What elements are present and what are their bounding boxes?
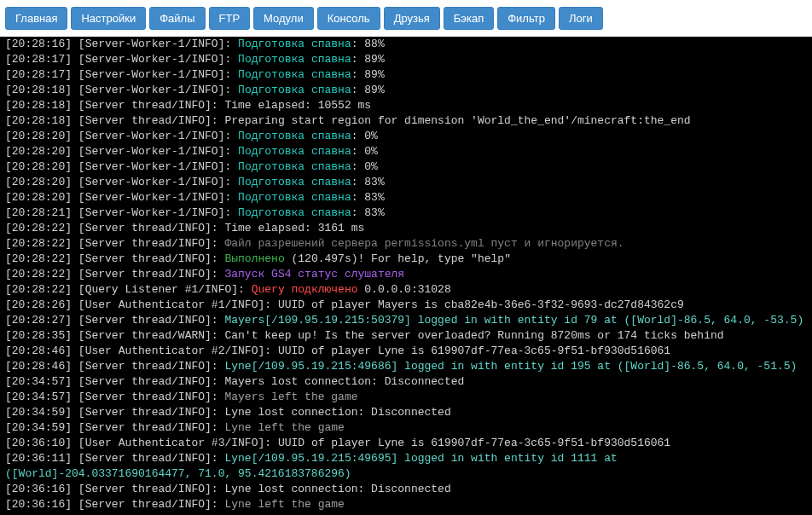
log-source: [Server thread/INFO] <box>78 99 212 112</box>
log-timestamp: [20:28:16] <box>5 38 78 50</box>
log-line: [20:28:20] [Server-Worker-1/INFO]: Подго… <box>5 175 807 190</box>
log-source: [Server thread/INFO] <box>78 360 212 373</box>
log-text: Подготовка спавна <box>238 191 351 204</box>
log-text: : 0% <box>351 145 378 158</box>
log-timestamp: [20:28:18] <box>5 99 78 112</box>
log-timestamp: [20:28:22] <box>5 283 78 296</box>
log-text: Подготовка спавна <box>238 84 351 96</box>
log-source: [Server-Worker-1/INFO] <box>78 84 225 96</box>
log-line: [20:28:46] [User Authenticator #2/INFO]:… <box>5 344 807 359</box>
log-line: [20:28:17] [Server-Worker-1/INFO]: Подго… <box>5 52 807 67</box>
log-text: Файл разрешений сервера permissions.yml … <box>224 237 624 250</box>
log-timestamp: [20:28:22] <box>5 252 78 265</box>
log-text: Mayers lost connection: Disconnected <box>224 375 464 388</box>
log-text: Запуск GS4 статус слушателя <box>224 268 404 281</box>
log-source: [Server-Worker-1/INFO] <box>78 68 225 81</box>
tab-files[interactable]: Файлы <box>149 7 205 30</box>
log-timestamp: [20:34:59] <box>5 406 78 419</box>
log-timestamp: [20:36:16] <box>5 498 78 511</box>
log-text: Lyne left the game <box>224 421 344 434</box>
log-timestamp: [20:28:26] <box>5 298 78 311</box>
log-source: [Server-Worker-1/INFO] <box>78 160 225 173</box>
log-source: [Server thread/INFO] <box>78 268 212 281</box>
log-text: Time elapsed: 3161 ms <box>224 222 364 234</box>
log-timestamp: [20:28:20] <box>5 176 78 188</box>
log-line: [20:28:22] [Server thread/INFO]: Запуск … <box>5 267 807 282</box>
log-line: [20:28:46] [Server thread/INFO]: Lyne[/1… <box>5 359 807 374</box>
log-line: [20:28:22] [Query Listener #1/INFO]: Que… <box>5 282 807 298</box>
log-timestamp: [20:34:59] <box>5 421 78 434</box>
log-line: [20:28:22] [Server thread/INFO]: Файл ра… <box>5 236 807 252</box>
log-line: [20:34:57] [Server thread/INFO]: Mayers … <box>5 390 807 405</box>
log-line: [20:36:16] [Server thread/INFO]: Lyne lo… <box>5 482 807 497</box>
log-source: [Server thread/INFO] <box>78 452 212 465</box>
log-source: [Server thread/INFO] <box>78 314 212 327</box>
log-source: [Server thread/INFO] <box>78 114 212 127</box>
log-text: Lyne[/109.95.19.215:49686] logged in wit… <box>224 360 797 373</box>
log-timestamp: [20:28:20] <box>5 145 78 158</box>
log-line: [20:28:18] [Server-Worker-1/INFO]: Подго… <box>5 83 807 98</box>
tab-backup[interactable]: Бэкап <box>444 7 494 30</box>
log-timestamp: [20:28:35] <box>5 329 78 342</box>
log-source: [Server thread/WARN] <box>78 329 212 342</box>
log-text: Подготовка спавна <box>238 206 351 219</box>
log-text: Подготовка спавна <box>238 68 351 81</box>
log-text: Подготовка спавна <box>238 38 351 50</box>
log-source: [Server thread/INFO] <box>78 406 212 419</box>
log-line: [20:36:11] [Server thread/INFO]: Lyne[/1… <box>5 451 807 482</box>
log-source: [Server thread/INFO] <box>78 391 212 403</box>
log-timestamp: [20:28:46] <box>5 344 78 357</box>
log-source: [Server thread/INFO] <box>78 483 212 495</box>
log-line: [20:28:21] [Server-Worker-1/INFO]: Подго… <box>5 205 807 221</box>
log-source: [Server-Worker-1/INFO] <box>78 176 225 188</box>
log-source: [Server thread/INFO] <box>78 375 212 388</box>
tab-modules[interactable]: Модули <box>253 7 314 30</box>
log-line: [20:28:22] [Server thread/INFO]: Выполне… <box>5 252 807 267</box>
log-line: [20:28:22] [Server thread/INFO]: Time el… <box>5 221 807 236</box>
log-timestamp: [20:36:10] <box>5 437 78 449</box>
log-text: Подготовка спавна <box>238 160 351 173</box>
tab-ftp[interactable]: FTP <box>209 7 251 30</box>
tab-console[interactable]: Консоль <box>317 7 380 30</box>
tab-settings[interactable]: Настройки <box>71 7 146 30</box>
log-text: Подготовка спавна <box>238 130 351 142</box>
log-text: : 89% <box>351 68 385 81</box>
log-timestamp: [20:28:20] <box>5 160 78 173</box>
log-timestamp: [20:36:11] <box>5 452 78 465</box>
tab-filter[interactable]: Фильтр <box>497 7 555 30</box>
log-line: [20:34:57] [Server thread/INFO]: Mayers … <box>5 374 807 390</box>
log-line: [20:28:26] [User Authenticator #1/INFO]:… <box>5 298 807 313</box>
log-source: [User Authenticator #3/INFO] <box>78 437 264 449</box>
log-line: [20:34:59] [Server thread/INFO]: Lyne lo… <box>5 405 807 420</box>
tab-friends[interactable]: Друзья <box>384 7 440 30</box>
log-text: : 89% <box>351 84 385 96</box>
log-line: [20:28:27] [Server thread/INFO]: Mayers[… <box>5 313 807 328</box>
log-text: : 0% <box>351 160 378 173</box>
log-text: Выполнено <box>224 252 284 265</box>
tab-logs[interactable]: Логи <box>559 7 603 30</box>
log-source: [Server-Worker-1/INFO] <box>78 191 225 204</box>
log-text: Mayers[/109.95.19.215:50379] logged in w… <box>224 314 803 327</box>
log-source: [Server-Worker-1/INFO] <box>78 53 225 66</box>
log-text: Time elapsed: 10552 ms <box>224 99 371 112</box>
log-line: [20:28:18] [Server thread/INFO]: Prepari… <box>5 113 807 129</box>
log-timestamp: [20:28:46] <box>5 360 78 373</box>
console-output[interactable]: [20:28:16] [Server-Worker-1/INFO]: Подго… <box>0 37 812 515</box>
log-line: [20:36:16] [Server thread/INFO]: Lyne le… <box>5 497 807 512</box>
log-source: [Server thread/INFO] <box>78 222 212 234</box>
log-line: [20:34:59] [Server thread/INFO]: Lyne le… <box>5 420 807 436</box>
log-text: UUID of player Lyne is 619907df-77ea-3c6… <box>278 344 670 357</box>
log-text: Can't keep up! Is the server overloaded?… <box>224 329 723 342</box>
log-text: UUID of player Mayers is cba82e4b-36e6-3… <box>278 298 684 311</box>
log-source: [Server thread/INFO] <box>78 252 212 265</box>
log-timestamp: [20:28:17] <box>5 53 78 66</box>
tab-main[interactable]: Главная <box>5 7 67 30</box>
log-timestamp: [20:28:22] <box>5 237 78 250</box>
log-source: [User Authenticator #1/INFO] <box>78 298 264 311</box>
tab-bar: Главная Настройки Файлы FTP Модули Консо… <box>0 0 812 37</box>
log-timestamp: [20:34:57] <box>5 375 78 388</box>
log-line: [20:28:20] [Server-Worker-1/INFO]: Подго… <box>5 190 807 205</box>
log-text: Подготовка спавна <box>238 176 351 188</box>
log-timestamp: [20:36:16] <box>5 483 78 495</box>
log-source: [Server-Worker-1/INFO] <box>78 130 225 142</box>
